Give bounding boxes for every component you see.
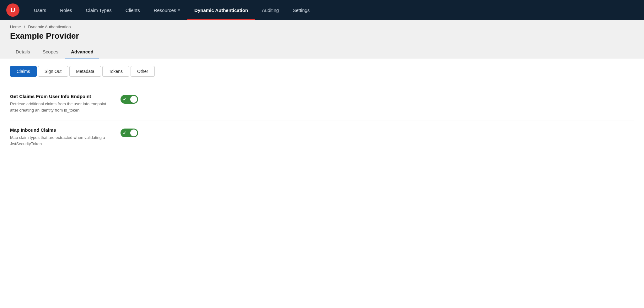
setting-description: Map claim types that are extracted when … [10,135,110,147]
main-tabs: DetailsScopesAdvanced [0,46,644,58]
nav-link-users[interactable]: Users [27,0,53,20]
navbar: U UsersRolesClaim TypesClientsResources … [0,0,644,20]
nav-link-settings[interactable]: Settings [286,0,317,20]
setting-info: Map Inbound ClaimsMap claim types that a… [10,127,110,147]
breadcrumb-sep: / [24,25,25,29]
settings-section: Get Claims From User Info EndpointRetrie… [10,87,634,154]
nav-links: UsersRolesClaim TypesClientsResources ▼D… [27,0,317,20]
chevron-down-icon: ▼ [177,8,180,12]
breadcrumb-home[interactable]: Home [10,25,21,29]
setting-row-get-claims-from-user-info: Get Claims From User Info EndpointRetrie… [10,87,634,120]
nav-link-auditing[interactable]: Auditing [255,0,286,20]
toggle-map-inbound-claims[interactable]: ✓ [121,127,138,137]
toggle-thumb [130,96,137,103]
setting-label: Map Inbound Claims [10,127,110,133]
main-tab-scopes[interactable]: Scopes [37,46,64,58]
toggle-get-claims-from-user-info[interactable]: ✓ [121,94,138,104]
setting-description: Retrieve additional claims from the user… [10,101,110,113]
sub-tab-sign-out[interactable]: Sign Out [38,66,68,77]
nav-link-dynamic-authentication[interactable]: Dynamic Authentication [187,0,255,20]
sub-tab-metadata[interactable]: Metadata [69,66,101,77]
main-tab-details[interactable]: Details [10,46,36,58]
setting-info: Get Claims From User Info EndpointRetrie… [10,94,110,113]
breadcrumb: Home / Dynamic Authentication [0,20,644,31]
sub-tabs: ClaimsSign OutMetadataTokensOther [10,66,634,77]
sub-tab-other[interactable]: Other [131,66,155,77]
setting-row-map-inbound-claims: Map Inbound ClaimsMap claim types that a… [10,120,634,154]
app-logo[interactable]: U [6,3,19,17]
nav-link-clients[interactable]: Clients [119,0,147,20]
nav-link-claim-types[interactable]: Claim Types [79,0,119,20]
toggle-check-icon: ✓ [123,131,126,135]
page-title: Example Provider [0,31,644,46]
content-area: ClaimsSign OutMetadataTokensOther Get Cl… [0,58,644,308]
toggle-check-icon: ✓ [123,97,126,102]
breadcrumb-current: Dynamic Authentication [28,25,71,29]
nav-link-roles[interactable]: Roles [53,0,79,20]
nav-link-resources[interactable]: Resources ▼ [147,0,188,20]
main-tab-advanced[interactable]: Advanced [65,46,99,58]
toggle-thumb [130,129,137,136]
sub-tab-claims[interactable]: Claims [10,66,37,77]
sub-tab-tokens[interactable]: Tokens [102,66,129,77]
setting-label: Get Claims From User Info Endpoint [10,94,110,99]
